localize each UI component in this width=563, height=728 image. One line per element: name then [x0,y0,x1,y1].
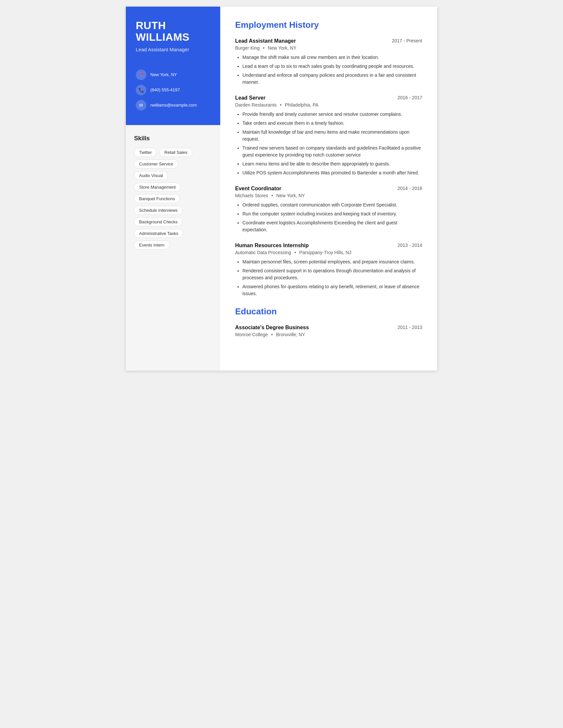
skill-tag: Events Intern [134,241,169,250]
employment-heading: Employment History [235,20,422,31]
skill-tag: Audio Visual [134,171,168,180]
skills-list: TwitterRetail SalesCustomer ServiceAudio… [134,148,212,250]
bullet-item: Understand and enforce all company polic… [242,72,422,86]
job-dates: 2017 - Present [392,38,422,43]
edu-degree: Associate's Degree Business [235,325,309,331]
skill-tag: Schedule Interviews [134,206,182,215]
job-company: Automatic Data Processing • Parsippany-T… [235,250,422,255]
job-dates: 2016 - 2017 [398,95,422,100]
edu-header: Associate's Degree Business2011 - 2013 [235,325,422,331]
job-header: Lead Assistant Manager2017 - Present [235,38,422,44]
skill-tag: Customer Service [134,159,178,168]
job-company: Michaels Stores • New York, NY [235,193,422,198]
edu-entry: Associate's Degree Business2011 - 2013Mo… [235,325,422,337]
education-heading: Education [235,306,422,318]
skill-tag: Administrative Tasks [134,229,183,238]
bullet-item: Coordinate event logistics Accomplishmen… [242,219,422,233]
bullet-item: Rendered consistent support in to operat… [242,267,422,281]
bullet-item: Lead a team of up to six to reach sales … [242,63,422,70]
job-entry: Event Coordinator2014 - 2016Michaels Sto… [235,186,422,233]
bullet-item: Answered phones for questions relating t… [242,283,422,297]
candidate-title: Lead Assistant Manager [136,46,210,53]
location-contact: 📍 New York, NY [136,69,210,80]
bullet-item: Learn menu items and be able to describe… [242,160,422,167]
edu-dates: 2011 - 2013 [398,325,422,330]
job-header: Lead Server2016 - 2017 [235,95,422,101]
job-company: Darden Restaurants • Philadelphia, PA [235,102,422,108]
job-bullets: Maintain personnel files, screen potenti… [235,258,422,297]
phone-icon: 📞 [136,85,146,95]
job-bullets: Ordered supplies, constant communication… [235,202,422,233]
job-title: Event Coordinator [235,186,282,192]
job-entry: Human Resources Internship2013 - 2014Aut… [235,243,422,297]
bullet-item: Maintain full knowledge of bar and menu … [242,129,422,143]
bullet-item: Utilize POS system Accomplishments Was p… [242,169,422,176]
resume-container: RUTH WILLIAMS Lead Assistant Manager 📍 N… [126,7,437,371]
location-icon: 📍 [136,69,146,80]
skill-tag: Background Checks [134,217,182,226]
phone-text: (840) 555-4197 [150,87,180,92]
edu-school: Monroe College • Bronxville, NY [235,332,422,337]
jobs-list: Lead Assistant Manager2017 - PresentBurg… [235,38,422,297]
job-company: Burger King • New York, NY [235,45,422,51]
skill-tag: Retail Sales [159,148,192,157]
email-icon: ✉ [136,100,146,111]
bullet-item: Ordered supplies, constant communication… [242,202,422,208]
main-content: Employment History Lead Assistant Manage… [220,7,437,371]
bullet-item: Maintain personnel files, screen potenti… [242,258,422,265]
job-bullets: Provide friendly and timely customer ser… [235,111,422,176]
bullet-item: Take orders and execute them in a timely… [242,120,422,127]
skill-tag: Twitter [134,148,157,157]
job-bullets: Manage the shift make sure all crew memb… [235,54,422,86]
education-section: Education Associate's Degree Business201… [235,306,422,337]
skills-heading: Skills [134,135,212,142]
email-text: rwilliams@example.com [150,103,197,108]
job-header: Human Resources Internship2013 - 2014 [235,243,422,249]
skills-section: Skills TwitterRetail SalesCustomer Servi… [126,125,220,371]
job-header: Event Coordinator2014 - 2016 [235,186,422,192]
education-list: Associate's Degree Business2011 - 2013Mo… [235,325,422,337]
location-text: New York, NY [150,72,177,77]
email-contact: ✉ rwilliams@example.com [136,100,210,111]
skill-tag: Banquet Functions [134,194,180,203]
job-dates: 2013 - 2014 [398,243,422,248]
job-title: Lead Assistant Manager [235,38,296,44]
job-entry: Lead Assistant Manager2017 - PresentBurg… [235,38,422,86]
job-title: Human Resources Internship [235,243,309,249]
contact-section: 📍 New York, NY 📞 (840) 555-4197 ✉ rwilli… [126,63,220,125]
bullet-item: Provide friendly and timely customer ser… [242,111,422,118]
sidebar-header: RUTH WILLIAMS Lead Assistant Manager [126,7,220,63]
bullet-item: Trained new servers based on company sta… [242,145,422,159]
phone-contact: 📞 (840) 555-4197 [136,85,210,95]
job-entry: Lead Server2016 - 2017Darden Restaurants… [235,95,422,176]
job-dates: 2014 - 2016 [398,186,422,191]
skill-tag: Store Management [134,183,181,192]
sidebar: RUTH WILLIAMS Lead Assistant Manager 📍 N… [126,7,220,371]
candidate-name: RUTH WILLIAMS [136,20,210,43]
job-title: Lead Server [235,95,265,101]
bullet-item: Manage the shift make sure all crew memb… [242,54,422,61]
bullet-item: Run the computer system including invoic… [242,210,422,217]
